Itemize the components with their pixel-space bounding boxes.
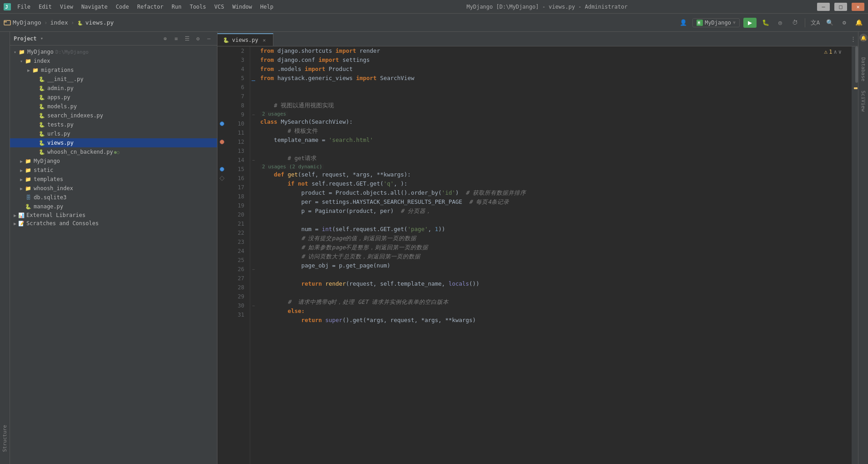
- menu-vcs[interactable]: VCS: [211, 2, 228, 11]
- warning-nav-up[interactable]: ∧: [834, 49, 837, 55]
- fold-icon-14[interactable]: [220, 167, 224, 171]
- warning-nav-down[interactable]: ∨: [838, 49, 842, 55]
- scrollbar-thumb[interactable]: [855, 46, 858, 83]
- tab-close-button[interactable]: ✕: [261, 37, 267, 43]
- tree-scratches[interactable]: ▶ 📝 Scratches and Consoles: [10, 219, 217, 227]
- line-num-23: 23: [228, 237, 246, 247]
- show-options-button[interactable]: ☰: [182, 34, 192, 43]
- tab-views-py[interactable]: 🐍 views.py ✕: [217, 33, 273, 46]
- tree-root[interactable]: ▾ 📁 MyDjango D:\MyDjango: [10, 47, 217, 56]
- settings-button[interactable]: ⚙: [839, 17, 850, 28]
- tree-migrations[interactable]: ▶ 📁 migrations: [10, 66, 217, 75]
- cls-name-9: MySearch: [281, 117, 308, 126]
- settings-gear-icon[interactable]: ⚙: [193, 34, 202, 43]
- name-5: SearchView: [380, 74, 414, 83]
- line-num-14: 14: [228, 156, 246, 165]
- code-line-6: [257, 83, 852, 92]
- tree-external-libs[interactable]: ▶ 📊 External Libraries: [10, 211, 217, 219]
- menu-tools[interactable]: Tools: [186, 2, 210, 11]
- maximize-button[interactable]: □: [834, 3, 847, 11]
- tree-urls[interactable]: 🐍 urls.py: [10, 129, 217, 138]
- tree-tests[interactable]: 🐍 tests.py: [10, 120, 217, 129]
- debug-button[interactable]: 🐛: [760, 17, 771, 28]
- migrations-arrow: ▶: [25, 68, 32, 73]
- profile-icon[interactable]: 👤: [678, 17, 689, 28]
- sciview-tab[interactable]: SciView: [859, 88, 868, 114]
- menu-help[interactable]: Help: [257, 2, 277, 11]
- minimize-button[interactable]: —: [817, 3, 830, 11]
- code-line-8: # 视图以通用视图实现: [257, 101, 852, 110]
- title-bar: J File Edit View Navigate Code Refactor …: [0, 0, 868, 14]
- code-content[interactable]: from django.shortcuts import render from…: [257, 46, 852, 464]
- mod-5: haystack.generic_views: [278, 74, 356, 83]
- warning-indicator[interactable]: ⚠ 1 ∧ ∨: [824, 48, 842, 55]
- menu-navigate[interactable]: Navigate: [78, 2, 111, 11]
- code-line-3: from django.conf import settings: [257, 55, 852, 65]
- fold-26-marker[interactable]: −: [250, 265, 257, 274]
- structure-tab[interactable]: Structure: [0, 422, 9, 455]
- tree-static[interactable]: ▶ 📁 static: [10, 166, 217, 175]
- tree-db[interactable]: 🗄 db.sqlite3: [10, 193, 217, 202]
- line-num-22: 22: [228, 228, 246, 237]
- menu-window[interactable]: Window: [229, 2, 256, 11]
- tree-search-indexes[interactable]: 🐍 search_indexes.py: [10, 111, 217, 120]
- run-button[interactable]: ▶: [743, 18, 757, 28]
- tab-menu-button[interactable]: ⋮: [848, 31, 858, 46]
- code-16a: product = Product.objects.all().order_by…: [260, 188, 442, 197]
- profile-run-button[interactable]: ⏱: [789, 17, 800, 28]
- coverage-button[interactable]: ◎: [775, 17, 786, 28]
- breadcrumb-index[interactable]: index: [50, 19, 68, 26]
- close-button[interactable]: ✕: [852, 3, 864, 11]
- menu-file[interactable]: File: [14, 2, 34, 11]
- fold-icon-9[interactable]: [220, 121, 224, 126]
- locate-file-button[interactable]: ⊕: [161, 34, 170, 43]
- run-config-selector[interactable]: M MyDjango ▼: [692, 18, 740, 27]
- project-dropdown[interactable]: ▾: [40, 35, 44, 41]
- code-line-26: return render(request, self.template_nam…: [257, 279, 852, 288]
- breadcrumb-file[interactable]: views.py: [85, 19, 114, 26]
- database-tab[interactable]: Database: [859, 55, 868, 84]
- menu-run[interactable]: Run: [168, 2, 185, 11]
- update-button[interactable]: 🔔: [853, 17, 864, 28]
- menu-view[interactable]: View: [56, 2, 77, 11]
- fold-7: [250, 92, 257, 101]
- fold-30-marker[interactable]: −: [250, 301, 257, 310]
- collapse-all-button[interactable]: ≡: [172, 34, 181, 43]
- fold-minus-30: −: [252, 303, 255, 308]
- migrations-icon: 📁: [32, 66, 39, 74]
- tree-models[interactable]: 🐍 models.py: [10, 102, 217, 111]
- menu-refactor[interactable]: Refactor: [133, 2, 167, 11]
- code-line-25: [257, 270, 852, 279]
- mod-4: .models: [278, 65, 305, 74]
- search-everywhere-button[interactable]: 🔍: [824, 17, 835, 28]
- gutter-breakpoints: [217, 46, 227, 464]
- str-16: 'id': [442, 188, 455, 197]
- tree-index-folder[interactable]: ▾ 📁 index: [10, 56, 217, 66]
- tree-manage[interactable]: 🐍 manage.py: [10, 202, 217, 211]
- fold-14-marker[interactable]: −: [250, 156, 257, 165]
- tree-apps[interactable]: 🐍 apps.py: [10, 93, 217, 102]
- tree-templates[interactable]: ▶ 📁 templates: [10, 175, 217, 184]
- menu-code[interactable]: Code: [112, 2, 133, 11]
- translate-button[interactable]: 文A: [810, 17, 821, 28]
- tree-views[interactable]: 🐍 views.py: [10, 138, 217, 147]
- close-panel-button[interactable]: —: [204, 34, 213, 43]
- editor-scrollbar[interactable]: [852, 46, 858, 464]
- tree-whoosh-backend[interactable]: 🐍 whoosh_cn_backend.py ●○: [10, 147, 217, 156]
- usage-hint-13: 2 usages (2 dynamic): [257, 163, 852, 170]
- fold-9-marker[interactable]: −: [250, 110, 257, 119]
- menu-edit[interactable]: Edit: [35, 2, 56, 11]
- tree-init[interactable]: 🐍 __init__.py: [10, 75, 217, 84]
- code-line-11: template_name = 'search.html': [257, 136, 852, 145]
- models-name: models.py: [47, 103, 77, 110]
- breakpoint-11[interactable]: [220, 140, 224, 144]
- tree-mydjango-pkg[interactable]: ▶ 📁 MyDjango: [10, 156, 217, 166]
- external-libs-icon: 📊: [18, 212, 25, 218]
- tree-whoosh-index[interactable]: ▶ 📁 whoosh_index: [10, 184, 217, 193]
- whoosh-backend-name: whoosh_cn_backend.py: [47, 149, 113, 155]
- kw-if-15: if not: [260, 179, 312, 188]
- tree-admin[interactable]: 🐍 admin.py: [10, 84, 217, 93]
- notifications-icon[interactable]: 🔔: [859, 34, 868, 42]
- line-num-19: 19: [228, 201, 246, 210]
- code-line-14: def get(self, request, *args, **kwargs):: [257, 170, 852, 179]
